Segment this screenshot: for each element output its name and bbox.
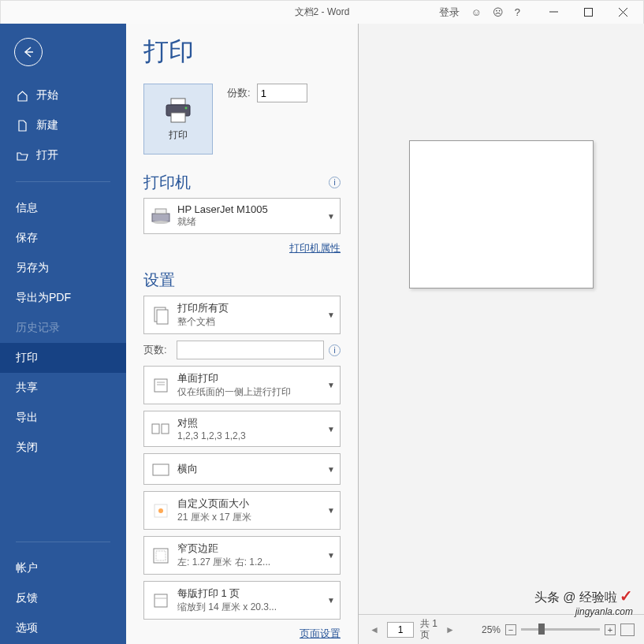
page-size-dropdown[interactable]: 自定义页面大小21 厘米 x 17 厘米 ▼ xyxy=(143,491,341,530)
face-smile-icon[interactable]: ☺ xyxy=(471,6,481,18)
collate-icon xyxy=(151,419,171,439)
svg-rect-24 xyxy=(154,594,167,607)
login-button[interactable]: 登录 xyxy=(439,6,460,20)
svg-rect-7 xyxy=(171,113,185,122)
zoom-slider[interactable] xyxy=(521,628,600,631)
duplex-dropdown[interactable]: 单面打印仅在纸面的一侧上进行打印 ▼ xyxy=(143,366,341,404)
backstage-sidebar: 开始 新建 打开 信息 保存 另存为 导出为PDF 历史记录 打印 共享 导出 … xyxy=(0,24,126,644)
info-icon[interactable]: i xyxy=(329,177,341,188)
minimize-button[interactable] xyxy=(536,2,571,24)
svg-rect-19 xyxy=(153,464,169,475)
printer-section-title: 打印机 xyxy=(143,172,191,193)
sidebar-item-close[interactable]: 关闭 xyxy=(0,433,126,463)
preview-footer: ◄ 共 1页 ► 25% − + xyxy=(359,614,644,644)
pages-input[interactable] xyxy=(177,341,324,359)
pages-icon xyxy=(151,305,171,326)
sidebar-item-saveas[interactable]: 另存为 xyxy=(0,253,126,283)
sidebar-item-feedback[interactable]: 反馈 xyxy=(0,583,126,613)
printer-status: 就绪 xyxy=(177,215,326,229)
page-number-input[interactable] xyxy=(387,622,414,638)
zoom-in-button[interactable]: + xyxy=(605,624,616,635)
sidebar-item-account[interactable]: 帐户 xyxy=(0,553,126,583)
sidebar-item-open[interactable]: 打开 xyxy=(0,140,126,170)
print-button-label: 打印 xyxy=(169,128,188,142)
zoom-out-button[interactable]: − xyxy=(505,624,516,635)
sidebar-item-options[interactable]: 选项 xyxy=(0,613,126,643)
sheet-icon xyxy=(151,590,171,611)
print-preview-panel: ◄ 共 1页 ► 25% − + 头条 @ 经验啦✓ jingyanla.com xyxy=(359,24,644,644)
zoom-value: 25% xyxy=(482,624,501,635)
chevron-down-icon: ▼ xyxy=(326,551,337,560)
sidebar-label: 新建 xyxy=(36,118,58,132)
chevron-down-icon: ▼ xyxy=(326,425,337,434)
orientation-dropdown[interactable]: 横向 ▼ xyxy=(143,453,341,485)
svg-point-8 xyxy=(185,106,188,109)
print-settings-panel: 打印 打印 份数: 打印机 i xyxy=(126,24,359,644)
pages-per-sheet-dropdown[interactable]: 每版打印 1 页缩放到 14 厘米 x 20.3... ▼ xyxy=(143,581,341,620)
svg-rect-14 xyxy=(154,379,167,392)
help-button[interactable]: ? xyxy=(515,6,520,18)
divider xyxy=(16,181,110,182)
window-title: 文档2 - Word xyxy=(295,6,350,19)
printer-icon xyxy=(163,97,193,124)
svg-rect-18 xyxy=(162,424,169,434)
zoom-fit-button[interactable] xyxy=(620,624,635,636)
maximize-button[interactable] xyxy=(571,2,605,24)
sidebar-item-save[interactable]: 保存 xyxy=(0,223,126,253)
page-size-icon xyxy=(151,501,171,521)
printer-dropdown[interactable]: HP LaserJet M1005 就绪 ▼ xyxy=(143,198,341,234)
page-preview xyxy=(409,140,594,288)
titlebar-right: 登录 ☺ ☹ ? xyxy=(439,2,640,24)
back-button[interactable] xyxy=(14,38,43,66)
face-frown-icon[interactable]: ☹ xyxy=(493,6,504,18)
print-range-dropdown[interactable]: 打印所有页整个文档 ▼ xyxy=(143,296,341,334)
sidebar-label: 开始 xyxy=(36,88,58,102)
chevron-down-icon: ▼ xyxy=(326,465,337,474)
margins-icon xyxy=(151,545,171,566)
sidebar-item-history: 历史记录 xyxy=(0,313,126,343)
svg-rect-17 xyxy=(152,424,159,434)
margins-dropdown[interactable]: 窄页边距左: 1.27 厘米 右: 1.2... ▼ xyxy=(143,536,341,575)
printer-properties-link[interactable]: 打印机属性 xyxy=(289,242,341,254)
chevron-down-icon: ▼ xyxy=(326,506,337,515)
sidebar-item-export-pdf[interactable]: 导出为PDF xyxy=(0,283,126,313)
divider xyxy=(16,542,110,542)
sidebar-item-share[interactable]: 共享 xyxy=(0,373,126,403)
copies-input[interactable] xyxy=(257,84,307,102)
svg-rect-5 xyxy=(171,99,185,105)
titlebar: 文档2 - Word 登录 ☺ ☹ ? xyxy=(0,0,644,24)
sidebar-item-home[interactable]: 开始 xyxy=(0,80,126,110)
landscape-icon xyxy=(151,459,171,479)
chevron-down-icon: ▼ xyxy=(326,212,337,221)
prev-page-button[interactable]: ◄ xyxy=(368,622,381,638)
collate-dropdown[interactable]: 对照1,2,3 1,2,3 1,2,3 ▼ xyxy=(143,411,341,447)
svg-point-11 xyxy=(153,221,169,224)
page-total: 共 1页 xyxy=(420,619,437,639)
sidebar-item-new[interactable]: 新建 xyxy=(0,110,126,140)
svg-point-21 xyxy=(158,508,163,513)
svg-rect-9 xyxy=(152,214,169,221)
svg-rect-1 xyxy=(584,9,592,17)
sidebar-label: 打开 xyxy=(36,148,58,162)
svg-rect-13 xyxy=(157,310,168,324)
next-page-button[interactable]: ► xyxy=(444,622,456,638)
info-icon[interactable]: i xyxy=(329,344,341,356)
printer-device-icon xyxy=(151,206,171,226)
chevron-down-icon: ▼ xyxy=(326,596,337,605)
settings-section-title: 设置 xyxy=(143,270,175,291)
home-icon xyxy=(16,89,28,102)
file-icon xyxy=(16,119,28,132)
sidebar-item-info[interactable]: 信息 xyxy=(0,193,126,223)
close-button[interactable] xyxy=(605,2,640,24)
page-single-icon xyxy=(151,375,171,396)
page-title: 打印 xyxy=(143,35,341,69)
print-button[interactable]: 打印 xyxy=(143,84,213,154)
chevron-down-icon: ▼ xyxy=(326,381,337,389)
page-setup-link[interactable]: 页面设置 xyxy=(300,627,341,639)
sidebar-item-export[interactable]: 导出 xyxy=(0,403,126,433)
pages-label: 页数: xyxy=(143,343,172,357)
sidebar-item-print[interactable]: 打印 xyxy=(0,343,126,373)
printer-name: HP LaserJet M1005 xyxy=(177,203,326,215)
svg-rect-10 xyxy=(155,209,166,214)
preview-canvas xyxy=(359,24,644,614)
